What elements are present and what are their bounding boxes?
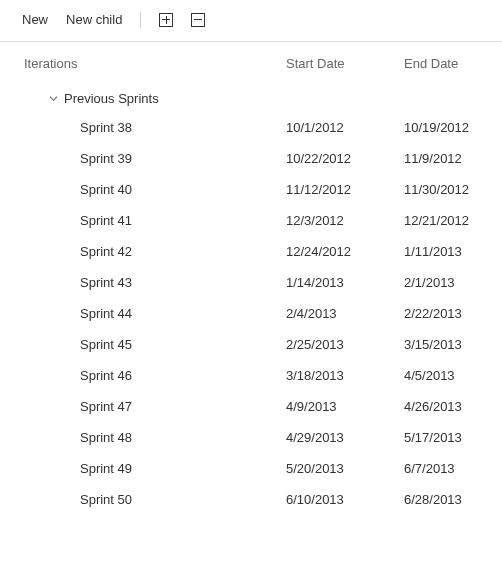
sprint-start-date: 10/1/2012 <box>286 120 404 135</box>
table-row[interactable]: Sprint 4112/3/201212/21/2012 <box>0 205 502 236</box>
header-start-date[interactable]: Start Date <box>286 56 404 71</box>
new-child-button[interactable]: New child <box>66 10 122 29</box>
header-iterations[interactable]: Iterations <box>24 56 286 71</box>
sprint-name: Sprint 43 <box>0 275 286 290</box>
table-row[interactable]: Sprint 442/4/20132/22/2013 <box>0 298 502 329</box>
group-label: Previous Sprints <box>64 91 159 106</box>
sprint-rows: Sprint 3810/1/201210/19/2012Sprint 3910/… <box>0 112 502 515</box>
group-previous-sprints[interactable]: Previous Sprints <box>0 85 502 112</box>
sprint-end-date: 1/11/2013 <box>404 244 502 259</box>
sprint-start-date: 10/22/2012 <box>286 151 404 166</box>
table-row[interactable]: Sprint 506/10/20136/28/2013 <box>0 484 502 515</box>
sprint-name: Sprint 48 <box>0 430 286 445</box>
toolbar-separator <box>140 12 141 28</box>
header-end-date[interactable]: End Date <box>404 56 502 71</box>
table-row[interactable]: Sprint 495/20/20136/7/2013 <box>0 453 502 484</box>
sprint-start-date: 1/14/2013 <box>286 275 404 290</box>
sprint-end-date: 5/17/2013 <box>404 430 502 445</box>
sprint-name: Sprint 49 <box>0 461 286 476</box>
table-row[interactable]: Sprint 3910/22/201211/9/2012 <box>0 143 502 174</box>
table-row[interactable]: Sprint 4212/24/20121/11/2013 <box>0 236 502 267</box>
sprint-end-date: 6/28/2013 <box>404 492 502 507</box>
sprint-start-date: 12/3/2012 <box>286 213 404 228</box>
table-row[interactable]: Sprint 431/14/20132/1/2013 <box>0 267 502 298</box>
sprint-name: Sprint 38 <box>0 120 286 135</box>
sprint-name: Sprint 41 <box>0 213 286 228</box>
sprint-name: Sprint 50 <box>0 492 286 507</box>
table-row[interactable]: Sprint 452/25/20133/15/2013 <box>0 329 502 360</box>
sprint-start-date: 2/25/2013 <box>286 337 404 352</box>
sprint-start-date: 11/12/2012 <box>286 182 404 197</box>
toolbar: New New child <box>0 0 502 42</box>
sprint-start-date: 3/18/2013 <box>286 368 404 383</box>
sprint-name: Sprint 44 <box>0 306 286 321</box>
sprint-start-date: 4/9/2013 <box>286 399 404 414</box>
sprint-end-date: 11/9/2012 <box>404 151 502 166</box>
sprint-end-date: 4/5/2013 <box>404 368 502 383</box>
sprint-start-date: 12/24/2012 <box>286 244 404 259</box>
sprint-end-date: 11/30/2012 <box>404 182 502 197</box>
column-headers: Iterations Start Date End Date <box>0 42 502 85</box>
sprint-name: Sprint 39 <box>0 151 286 166</box>
collapse-all-icon[interactable] <box>191 13 205 27</box>
table-row[interactable]: Sprint 484/29/20135/17/2013 <box>0 422 502 453</box>
sprint-end-date: 4/26/2013 <box>404 399 502 414</box>
table-row[interactable]: Sprint 463/18/20134/5/2013 <box>0 360 502 391</box>
table-row[interactable]: Sprint 3810/1/201210/19/2012 <box>0 112 502 143</box>
sprint-end-date: 2/22/2013 <box>404 306 502 321</box>
sprint-end-date: 3/15/2013 <box>404 337 502 352</box>
chevron-down-icon <box>48 94 58 103</box>
expand-all-icon[interactable] <box>159 13 173 27</box>
sprint-start-date: 6/10/2013 <box>286 492 404 507</box>
sprint-end-date: 12/21/2012 <box>404 213 502 228</box>
sprint-name: Sprint 47 <box>0 399 286 414</box>
table-row[interactable]: Sprint 4011/12/201211/30/2012 <box>0 174 502 205</box>
table-row[interactable]: Sprint 474/9/20134/26/2013 <box>0 391 502 422</box>
sprint-start-date: 5/20/2013 <box>286 461 404 476</box>
new-button[interactable]: New <box>22 10 48 29</box>
sprint-name: Sprint 46 <box>0 368 286 383</box>
sprint-name: Sprint 40 <box>0 182 286 197</box>
sprint-name: Sprint 45 <box>0 337 286 352</box>
sprint-start-date: 2/4/2013 <box>286 306 404 321</box>
sprint-end-date: 2/1/2013 <box>404 275 502 290</box>
sprint-name: Sprint 42 <box>0 244 286 259</box>
sprint-start-date: 4/29/2013 <box>286 430 404 445</box>
sprint-end-date: 10/19/2012 <box>404 120 502 135</box>
sprint-end-date: 6/7/2013 <box>404 461 502 476</box>
